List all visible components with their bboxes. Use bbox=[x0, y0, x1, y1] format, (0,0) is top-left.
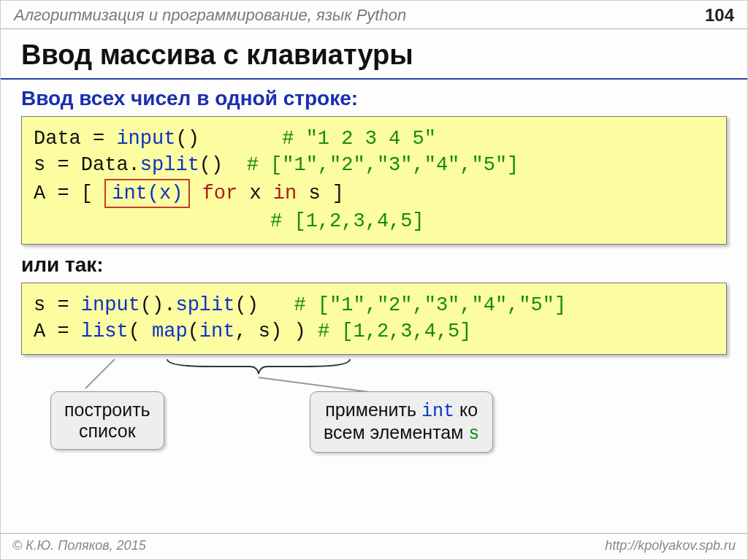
footer-copyright: © К.Ю. Поляков, 2015 bbox=[12, 538, 146, 553]
code-text: , s) ) bbox=[234, 321, 317, 342]
code-text: s ] bbox=[297, 183, 344, 204]
code-text: A bbox=[34, 183, 45, 204]
code-text: () bbox=[199, 154, 247, 176]
callout-s: s bbox=[468, 423, 479, 445]
callouts-area: построить список применить int ко всем э… bbox=[21, 361, 727, 470]
code-text: = bbox=[81, 128, 117, 150]
code-pad bbox=[34, 210, 270, 232]
callout-text-part: ко bbox=[454, 399, 478, 420]
code-text: = [ bbox=[45, 183, 104, 204]
code-text: A bbox=[34, 321, 45, 342]
code-keyword: int bbox=[199, 321, 235, 342]
highlighted-intx: int(x) bbox=[104, 179, 190, 208]
code-keyword: list bbox=[81, 321, 129, 342]
code-text: = bbox=[45, 294, 81, 316]
callout-text: всем элементам s bbox=[324, 422, 479, 445]
callout-int: int bbox=[421, 401, 454, 422]
code-keyword: split bbox=[140, 154, 199, 176]
page-number: 104 bbox=[705, 5, 734, 26]
callout-text-part: применить bbox=[325, 399, 421, 420]
code-text: x bbox=[237, 183, 273, 204]
code-keyword: in bbox=[273, 183, 297, 204]
callout-right: применить int ко всем элементам s bbox=[310, 391, 493, 453]
code-keyword: split bbox=[175, 294, 234, 316]
callout-text-part: всем элементам bbox=[324, 422, 468, 442]
code-text: Data bbox=[34, 128, 81, 150]
code-text: = bbox=[45, 321, 81, 342]
code-text: ( bbox=[129, 321, 152, 342]
code-text: = Data. bbox=[45, 154, 140, 176]
code-text: (). bbox=[140, 294, 176, 316]
footer-url: http://kpolyakov.spb.ru bbox=[605, 538, 736, 553]
content: Ввод всех чисел в одной строке: Data = i… bbox=[1, 80, 747, 470]
callout-text: список bbox=[64, 421, 150, 442]
section1-lead: Ввод всех чисел в одной строке: bbox=[21, 87, 727, 110]
code-text: s bbox=[34, 294, 45, 316]
code-text: () bbox=[234, 294, 294, 316]
code-comment: # ["1","2","3","4","5"] bbox=[247, 154, 519, 176]
code-text: s bbox=[34, 154, 45, 176]
callout-text: применить int ко bbox=[324, 399, 479, 422]
code-text: ( bbox=[188, 321, 199, 342]
code-keyword: input bbox=[116, 128, 175, 150]
header-title: Алгоритмизация и программирование, язык … bbox=[14, 6, 406, 25]
code-keyword: for bbox=[202, 183, 238, 204]
code-text bbox=[190, 183, 202, 204]
footer-bar: © К.Ю. Поляков, 2015 http://kpolyakov.sp… bbox=[1, 533, 747, 559]
or-label: или так: bbox=[21, 253, 727, 277]
code-text: () bbox=[175, 128, 282, 150]
code-comment: # "1 2 3 4 5" bbox=[282, 128, 436, 150]
code-comment: # ["1","2","3","4","5"] bbox=[294, 294, 566, 316]
page-title: Ввод массива с клавиатуры bbox=[1, 29, 747, 78]
code-block-2: s = input().split() # ["1","2","3","4","… bbox=[21, 283, 727, 355]
code-keyword: map bbox=[152, 321, 188, 342]
code-keyword: input bbox=[81, 294, 140, 316]
callout-left: построить список bbox=[50, 391, 164, 450]
code-comment: # [1,2,3,4,5] bbox=[270, 210, 424, 232]
pointer-left bbox=[71, 359, 137, 396]
callout-text: построить bbox=[64, 399, 150, 421]
code-block-1: Data = input() # "1 2 3 4 5" s = Data.sp… bbox=[21, 116, 727, 245]
code-comment: # [1,2,3,4,5] bbox=[318, 321, 472, 342]
header-bar: Алгоритмизация и программирование, язык … bbox=[1, 1, 747, 29]
